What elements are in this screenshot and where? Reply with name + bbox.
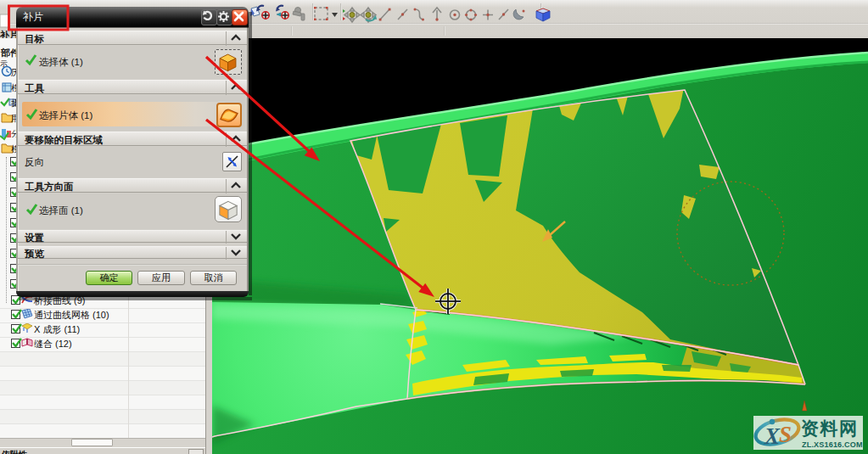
svg-text:X: X (764, 423, 781, 449)
svg-text:ZL.XS1616.COM: ZL.XS1616.COM (802, 440, 863, 449)
svg-text:资料网: 资料网 (801, 418, 859, 438)
svg-text:S: S (779, 422, 792, 447)
